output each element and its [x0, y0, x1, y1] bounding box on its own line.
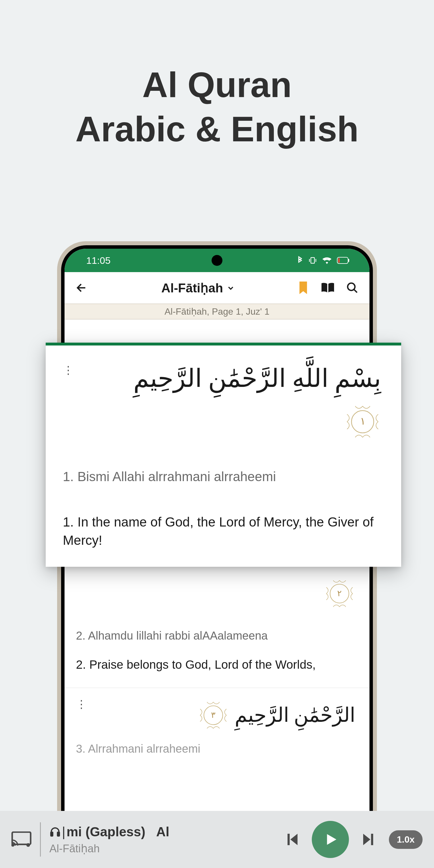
bookmark-button[interactable]: [295, 280, 311, 296]
play-button[interactable]: [312, 821, 349, 858]
book-open-icon: [321, 282, 335, 293]
breadcrumb-text: Al-Fātiḥah, Page 1, Juz' 1: [164, 306, 270, 317]
bluetooth-icon: [297, 256, 303, 265]
surah-dropdown[interactable]: Al-Fātiḥah: [110, 281, 287, 295]
player-controls: 1.0x: [283, 821, 423, 858]
vibrate-icon: [308, 256, 317, 265]
arrow-left-icon: [75, 282, 88, 294]
verse-number-marker: ٣: [197, 700, 229, 731]
verse-3[interactable]: ⋮ ٣ الرَّحْمَٰنِ الرَّحِيمِ 3. Alrrahman…: [65, 688, 369, 770]
svg-rect-2: [348, 259, 349, 262]
verse-1-highlighted[interactable]: ⋮ بِسْمِ اللَّهِ الرَّحْمَٰنِ الرَّحِيمِ…: [46, 343, 401, 567]
svg-rect-11: [12, 832, 31, 844]
svg-point-12: [12, 844, 14, 846]
svg-point-13: [26, 843, 30, 847]
speed-label: 1.0x: [397, 834, 414, 845]
book-button[interactable]: [320, 280, 336, 296]
arabic-text: الرَّحْمَٰنِ الرَّحِيمِ: [235, 700, 355, 730]
status-bar: 11:05: [65, 249, 369, 272]
arabic-text: بِسْمِ اللَّهِ الرَّحْمَٰنِ الرَّحِيمِ: [133, 360, 381, 398]
surah-title: Al-Fātiḥah: [161, 281, 223, 295]
next-button[interactable]: [360, 831, 377, 848]
svg-rect-14: [51, 832, 53, 836]
transliteration: 3. Alrrahmani alrraheemi: [76, 742, 358, 755]
divider: [40, 822, 41, 857]
speed-button[interactable]: 1.0x: [389, 830, 423, 849]
verse-number-marker: ٢: [324, 578, 355, 609]
verse-menu[interactable]: ⋮: [63, 368, 74, 373]
chevron-down-icon: [226, 284, 235, 292]
svg-rect-3: [338, 258, 340, 263]
cast-button[interactable]: [11, 832, 31, 847]
track-title: | mi (Gapless) Al: [50, 824, 275, 839]
svg-text:٣: ٣: [211, 710, 216, 719]
camera-hole: [212, 255, 222, 266]
battery-icon: [337, 257, 349, 264]
player-info[interactable]: | mi (Gapless) Al Al-Fātiḥah: [50, 824, 275, 855]
transliteration: 2. Alhamdu lillahi rabbi alAAalameena: [76, 629, 358, 642]
app-bar: Al-Fātiḥah: [65, 272, 369, 304]
cast-icon: [11, 832, 31, 847]
svg-rect-15: [57, 832, 59, 836]
verse-number-marker: ١: [344, 403, 381, 440]
svg-text:١: ١: [360, 415, 366, 427]
play-icon: [322, 832, 338, 847]
transliteration: 1. Bismi Allahi alrrahmani alrraheemi: [63, 469, 384, 484]
status-time: 11:05: [86, 255, 111, 266]
verse-menu[interactable]: ⋮: [76, 703, 87, 707]
previous-button[interactable]: [283, 831, 300, 848]
translation: 1. In the name of God, the Lord of Mercy…: [63, 513, 384, 550]
search-button[interactable]: [344, 280, 360, 296]
back-button[interactable]: [74, 280, 90, 296]
wifi-icon: [322, 257, 332, 264]
skip-previous-icon: [283, 831, 300, 848]
promo-line-1: Al Quran: [0, 63, 434, 107]
translation: 2. Praise belongs to God, Lord of the Wo…: [76, 656, 358, 673]
svg-rect-0: [311, 257, 315, 263]
track-subtitle: Al-Fātiḥah: [50, 842, 275, 855]
breadcrumb-bar: Al-Fātiḥah, Page 1, Juz' 1: [65, 304, 369, 319]
search-icon: [346, 282, 359, 294]
promo-title: Al Quran Arabic & English: [0, 63, 434, 151]
promo-line-2: Arabic & English: [0, 107, 434, 151]
headphones-icon: [50, 826, 61, 837]
skip-next-icon: [360, 831, 377, 848]
status-icons: [297, 256, 349, 265]
svg-text:٢: ٢: [337, 589, 342, 598]
player-bar: | mi (Gapless) Al Al-Fātiḥah 1.0x: [0, 811, 434, 868]
bookmark-icon: [298, 282, 308, 294]
svg-point-4: [348, 283, 355, 291]
